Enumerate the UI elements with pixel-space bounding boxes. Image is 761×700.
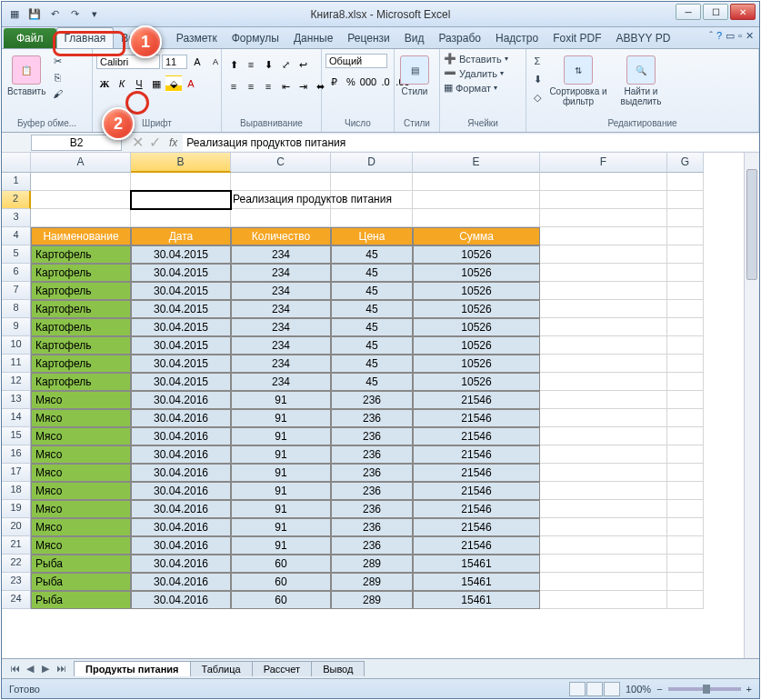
orientation-icon[interactable]: ⤢ [277, 56, 294, 73]
view-break-button[interactable] [604, 682, 620, 696]
cell-B2[interactable] [131, 191, 231, 209]
font-color-button[interactable]: A [183, 75, 199, 92]
redo-icon[interactable]: ↷ [67, 7, 82, 22]
table-cell[interactable]: 10526 [413, 282, 540, 300]
table-cell-name[interactable]: Рыба [31, 555, 131, 573]
comma-icon[interactable]: 000 [360, 74, 376, 90]
tab-data[interactable]: Данные [286, 28, 340, 48]
table-cell[interactable]: 30.04.2015 [131, 300, 231, 318]
font-size-combo[interactable]: 11 [162, 55, 187, 69]
tab-foxit[interactable]: Foxit PDF [546, 28, 608, 48]
table-cell[interactable]: 30.04.2015 [131, 318, 231, 336]
table-cell[interactable]: 236 [331, 500, 413, 518]
table-cell[interactable]: 30.04.2015 [131, 264, 231, 282]
table-cell[interactable]: 234 [231, 336, 331, 355]
view-layout-button[interactable] [586, 682, 603, 696]
vertical-scrollbar[interactable] [744, 153, 759, 658]
inc-decimal-icon[interactable]: .0 [377, 74, 394, 90]
zoom-out-button[interactable]: − [656, 684, 662, 695]
clear-icon[interactable]: ◇ [530, 90, 545, 105]
tab-layout[interactable]: Разметк [169, 28, 225, 48]
table-cell[interactable]: 91 [231, 482, 331, 500]
table-cell[interactable]: 91 [231, 427, 331, 445]
table-cell[interactable]: 15461 [413, 573, 540, 591]
table-cell-name[interactable]: Картофель [31, 264, 131, 282]
table-cell[interactable]: 10526 [413, 245, 540, 264]
table-cell-name[interactable]: Рыба [31, 573, 131, 591]
col-header-A[interactable]: A [31, 153, 131, 173]
window-close-icon[interactable]: ✕ [746, 30, 754, 42]
table-cell[interactable]: 30.04.2016 [131, 427, 231, 445]
col-header-D[interactable]: D [331, 153, 413, 173]
table-cell[interactable]: 236 [331, 482, 413, 500]
table-cell-name[interactable]: Картофель [31, 318, 131, 336]
table-cell[interactable]: 234 [231, 245, 331, 264]
table-cell[interactable]: 30.04.2015 [131, 282, 231, 300]
table-cell-name[interactable]: Картофель [31, 245, 131, 264]
table-cell[interactable]: 236 [331, 391, 413, 409]
table-cell[interactable]: 91 [231, 464, 331, 482]
table-cell-name[interactable]: Мясо [31, 391, 131, 409]
tab-formulas[interactable]: Формулы [225, 28, 286, 48]
table-cell-name[interactable]: Картофель [31, 355, 131, 373]
tab-home[interactable]: Главная [56, 27, 115, 48]
table-cell-name[interactable]: Рыба [31, 591, 131, 609]
table-cell[interactable]: 45 [331, 300, 413, 318]
percent-icon[interactable]: % [343, 74, 359, 90]
table-cell[interactable]: 234 [231, 318, 331, 336]
tab-abbyy[interactable]: ABBYY PD [609, 28, 678, 48]
table-cell[interactable]: 91 [231, 500, 331, 518]
table-cell[interactable]: 10526 [413, 336, 540, 355]
table-cell[interactable]: 30.04.2015 [131, 373, 231, 391]
table-cell[interactable]: 21546 [413, 427, 540, 445]
table-cell[interactable]: 30.04.2016 [131, 464, 231, 482]
table-cell[interactable]: 91 [231, 536, 331, 555]
table-header[interactable]: Дата [131, 227, 231, 245]
table-cell[interactable]: 30.04.2015 [131, 355, 231, 373]
table-cell[interactable]: 30.04.2016 [131, 445, 231, 464]
table-cell-name[interactable]: Картофель [31, 300, 131, 318]
table-cell-name[interactable]: Мясо [31, 500, 131, 518]
tab-view[interactable]: Вид [397, 28, 432, 48]
find-select-button[interactable]: 🔍 Найти и выделить [612, 54, 670, 108]
file-tab[interactable]: Файл [4, 28, 56, 48]
table-cell[interactable]: 236 [331, 427, 413, 445]
table-cell[interactable]: 60 [231, 573, 331, 591]
view-normal-button[interactable] [569, 682, 586, 696]
tab-developer[interactable]: Разрабо [431, 28, 488, 48]
fill-color-button[interactable]: ⬙ [165, 75, 182, 92]
qat-more-icon[interactable]: ▾ [87, 7, 102, 22]
paste-button[interactable]: 📋 Вставить [5, 54, 47, 98]
align-center-icon[interactable]: ≡ [243, 78, 259, 95]
format-painter-icon[interactable]: 🖌 [50, 86, 65, 101]
table-cell[interactable]: 21546 [413, 500, 540, 518]
table-cell[interactable]: 10526 [413, 264, 540, 282]
align-right-icon[interactable]: ≡ [260, 78, 276, 95]
close-button[interactable]: ✕ [730, 4, 756, 20]
table-cell[interactable]: 91 [231, 409, 331, 427]
table-cell[interactable]: 30.04.2016 [131, 573, 231, 591]
styles-button[interactable]: ▤ Стили [398, 54, 431, 98]
border-button[interactable]: ▦ [148, 75, 165, 92]
bold-button[interactable]: Ж [96, 75, 113, 92]
formula-input[interactable]: Реализация продуктов питания [183, 135, 759, 151]
table-cell[interactable]: 45 [331, 336, 413, 355]
indent-dec-icon[interactable]: ⇤ [277, 78, 294, 95]
autosum-icon[interactable]: Σ [530, 54, 545, 68]
table-cell[interactable]: 15461 [413, 591, 540, 609]
table-cell[interactable]: 234 [231, 355, 331, 373]
indent-inc-icon[interactable]: ⇥ [295, 78, 311, 95]
sheet-prev-icon[interactable]: ◀ [23, 663, 37, 675]
copy-icon[interactable]: ⎘ [50, 70, 65, 85]
table-cell[interactable]: 289 [331, 591, 413, 609]
sheet-next-icon[interactable]: ▶ [38, 663, 53, 675]
table-cell-name[interactable]: Мясо [31, 445, 131, 464]
table-cell[interactable]: 30.04.2016 [131, 591, 231, 609]
table-cell[interactable]: 30.04.2016 [131, 409, 231, 427]
number-format-combo[interactable]: Общий [325, 54, 387, 68]
table-cell[interactable]: 234 [231, 373, 331, 391]
table-cell-name[interactable]: Мясо [31, 409, 131, 427]
table-cell[interactable]: 21546 [413, 391, 540, 409]
cells-delete-button[interactable]: ➖Удалить ▾ [444, 66, 504, 80]
col-header-C[interactable]: C [231, 153, 331, 173]
